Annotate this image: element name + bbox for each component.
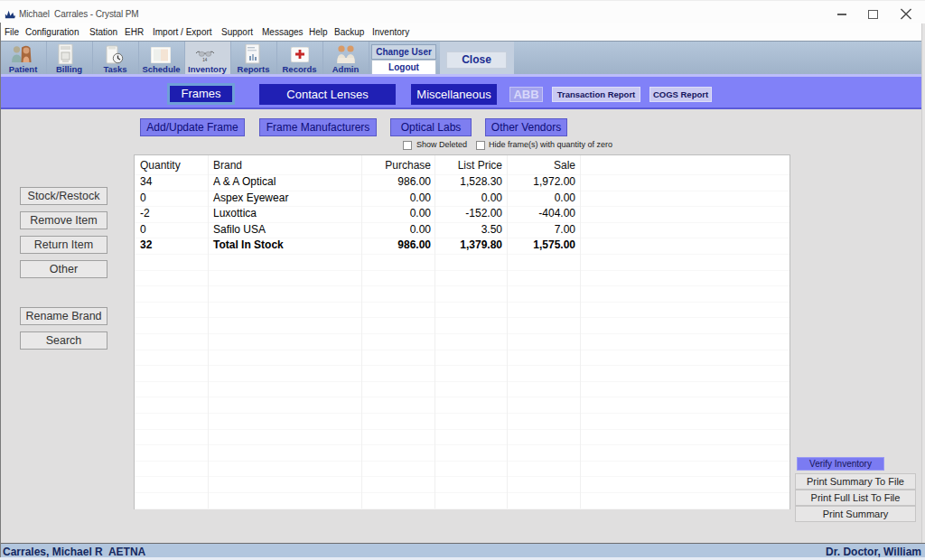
svg-text:14: 14 — [202, 58, 208, 62]
